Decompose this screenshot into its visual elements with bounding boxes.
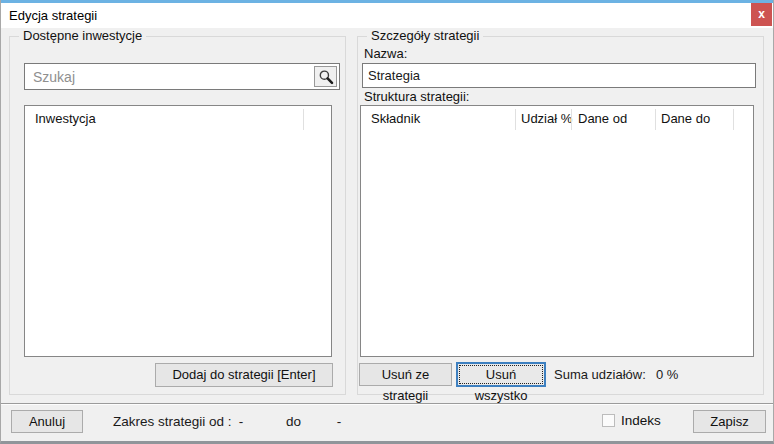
remove-all-button[interactable]: Usuń wszystko [456, 362, 546, 387]
strategy-details-groupbox: Szczegóły strategii Nazwa: Struktura str… [357, 36, 764, 395]
table-header-divider [655, 109, 656, 130]
column-header-skladnik[interactable]: Składnik [371, 106, 420, 132]
titlebar: Edycja strategii [1, 3, 773, 28]
name-label: Nazwa: [364, 46, 407, 61]
column-header-udzial[interactable]: Udział % [521, 106, 572, 132]
magnifier-icon [318, 69, 334, 85]
search-button[interactable] [314, 66, 337, 87]
footer-separator [1, 403, 773, 405]
investments-list[interactable]: Inwestycja [24, 105, 332, 357]
close-button[interactable]: x [751, 3, 772, 26]
window-title: Edycja strategii [9, 6, 97, 26]
table-header-divider [515, 109, 516, 130]
strategy-range-do-label: do [286, 410, 301, 433]
save-button[interactable]: Zapisz [693, 410, 766, 433]
list-header-divider [303, 109, 304, 130]
edit-strategy-dialog: Edycja strategii x Dostępne inwestycje I… [0, 0, 774, 444]
available-investments-groupbox: Dostępne inwestycje Inwestycja Dodaj do … [9, 36, 346, 395]
remove-from-strategy-button[interactable]: Usuń ze strategii [359, 363, 452, 386]
sum-of-shares-value: 0 % [656, 363, 678, 386]
strategy-structure-table[interactable]: Składnik Udział % Dane od Dane do [360, 105, 754, 357]
index-checkbox[interactable] [602, 414, 615, 427]
available-investments-title: Dostępne inwestycje [19, 28, 146, 43]
strategy-range-from-value: - [233, 410, 249, 433]
investments-list-header[interactable]: Inwestycja [25, 106, 96, 132]
search-input[interactable] [25, 64, 313, 89]
strategy-details-title: Szczegóły strategii [367, 28, 483, 43]
column-header-dane-od[interactable]: Dane od [578, 106, 627, 132]
strategy-range-to-value: - [331, 410, 347, 433]
table-header-divider [733, 109, 734, 130]
strategy-name-input[interactable] [362, 63, 756, 88]
index-checkbox-label: Indeks [621, 410, 661, 432]
close-icon: x [758, 7, 765, 21]
structure-label: Struktura strategii: [364, 89, 470, 104]
sum-of-shares-label: Suma udziałów: [554, 363, 646, 386]
add-to-strategy-button[interactable]: Dodaj do strategii [Enter] [155, 363, 333, 387]
column-header-dane-do[interactable]: Dane do [661, 106, 710, 132]
strategy-range-label: Zakres strategii od : [113, 410, 232, 433]
table-header-divider [571, 109, 572, 130]
cancel-button[interactable]: Anuluj [11, 410, 83, 433]
search-field-frame [24, 63, 340, 90]
